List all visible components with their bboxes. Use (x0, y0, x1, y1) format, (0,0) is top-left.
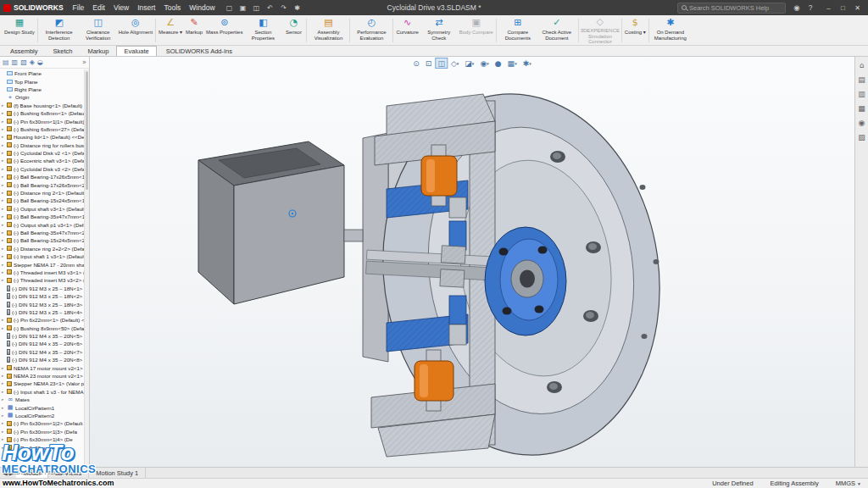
tool-performance-evaluation[interactable]: ◴Performance Evaluation (352, 16, 391, 45)
tool-assembly-visualization[interactable]: ▤Assembly Visualization (309, 16, 348, 45)
tool-curvature[interactable]: ∿Curvature (395, 16, 419, 45)
resources-icon[interactable]: ⌂ (860, 61, 865, 69)
tree-item[interactable]: (-) DIN 912 M4 x 35 – 20N<7> (DIN (0, 348, 84, 356)
menu-edit[interactable]: Edit (88, 3, 109, 12)
tree-item[interactable]: ▸(-) Input shaft 1 v3<1> (Default) < (0, 252, 84, 260)
expand-caret-icon[interactable]: ▸ (2, 366, 6, 370)
expand-caret-icon[interactable]: ▸ (2, 183, 6, 187)
tree-item[interactable]: ▸(-) Ball Bearing-15x24x5mm<2> (B (0, 236, 84, 244)
tree-item[interactable]: ▸Stepper NEMA 23<1> (Valor predete (0, 380, 84, 387)
tool-design-study[interactable]: ▦Design Study (3, 16, 36, 45)
expand-caret-icon[interactable]: ▸ (2, 390, 6, 394)
tool-interference-detection[interactable]: ◩Interference Detection (40, 16, 79, 45)
expand-caret-icon[interactable]: ▸ (2, 175, 6, 179)
tree-item[interactable]: (-) DIN 912 M4 x 35 – 20N<5> (DIN (0, 332, 84, 340)
tree-item[interactable]: ▸(-) Ball Bearing-17x26x5mm<2> (Bal (0, 180, 84, 188)
tree-item[interactable]: ▸(-) Cycloidal Disk v3 <2> (Default) < (0, 165, 84, 173)
undo-icon[interactable]: ↶ (265, 4, 275, 12)
tree-item[interactable]: ▸(-) Ball Bearing-17x26x5mm<1> (Bal (0, 173, 84, 180)
expand-caret-icon[interactable]: ▸ (2, 214, 6, 219)
tree-item[interactable]: ▸Housing lid<1> (Default) <<Default (0, 133, 84, 141)
design-library-icon[interactable]: ▤ (858, 75, 865, 84)
model-3d-view[interactable] (90, 57, 854, 467)
expand-caret-icon[interactable]: ▸ (2, 207, 6, 211)
tree-item[interactable]: ▸(-) Bushing 6x8mm<27> (Defau (0, 125, 84, 133)
menu-view[interactable]: View (109, 3, 133, 12)
tree-item[interactable]: ▸(-) Pin 6x30mm<1|2> (Default (0, 419, 84, 427)
expand-caret-icon[interactable]: ▸ (2, 158, 6, 163)
expand-caret-icon[interactable]: ▸ (2, 278, 6, 282)
zoom-area-icon[interactable]: ⊡ (423, 58, 435, 69)
view-orientation-icon[interactable]: ◇▾ (448, 58, 461, 69)
menu-tools[interactable]: Tools (159, 3, 185, 12)
expand-caret-icon[interactable]: ▸ (2, 381, 6, 385)
tree-item[interactable]: ▸(-) Pin 6x30mm<1|3> (Defa (0, 428, 84, 435)
expand-caret-icon[interactable]: ▸ (2, 151, 6, 155)
tool-clearance-verification[interactable]: ◫Clearance Verification (79, 16, 118, 45)
tree-item[interactable]: ▸(-) Cycloidal Disk v2 <1> (Default) < (0, 149, 84, 157)
tab-evaluate[interactable]: Evaluate (116, 46, 156, 56)
expand-caret-icon[interactable]: ▸ (2, 413, 6, 418)
tool-sensor[interactable]: ◔Sensor (282, 16, 304, 45)
maximize-button[interactable]: □ (836, 4, 850, 12)
expand-caret-icon[interactable]: ▸ (2, 437, 6, 441)
tree-item[interactable]: ▸▦LocalCirPattern1 (0, 403, 84, 411)
display-style-icon[interactable]: ◪▾ (462, 58, 476, 69)
tree-item[interactable]: ▸(f) Base housing<1> (Default) <<Def (0, 102, 84, 109)
tree-item[interactable]: ▸(-) Distance ring 2+2<2> (Default) (0, 245, 84, 252)
tree-item[interactable]: (-) DIN 912 M3 x 25 – 18N<1> (DIN (0, 285, 84, 292)
tree-item[interactable]: ▸(-) Eccentric shaft v3<1> (Default) < (0, 157, 84, 164)
expand-caret-icon[interactable]: ▸ (2, 198, 6, 202)
tool-on-demand-manufacturing[interactable]: ✱On Demand Manufacturing (651, 16, 690, 45)
graphics-viewport[interactable]: ⊙⊡◫◇▾◪▾◉▾●▦▾✱▾ (90, 57, 854, 467)
bottom-tab-motion-study-1[interactable]: Motion Study 1 (89, 468, 146, 478)
tree-item[interactable]: ▸(-) Output shaft p1 v3<1> (Default) (0, 220, 84, 228)
menu-insert[interactable]: Insert (133, 3, 159, 12)
expand-caret-icon[interactable]: ▸ (2, 111, 6, 115)
tree-item[interactable]: (-) DIN 912 M4 x 35 – 20N<8> (DIN (0, 356, 84, 363)
tool-measure[interactable]: ∠Measure ▾ (158, 16, 183, 45)
view-settings-icon[interactable]: ✱▾ (520, 58, 534, 69)
tree-item[interactable]: ▸(-) Pin 6x30mm<1|5> (0, 443, 84, 451)
tree-item[interactable]: ▸NEMA 23 motor mount v2<1> (Defa (0, 372, 84, 380)
edit-appearance-icon[interactable]: ● (492, 58, 504, 69)
file-explorer-icon[interactable]: ▥ (858, 90, 865, 98)
tree-item[interactable]: ▸(-) Bushing 6x8mm<1> (Default) < (0, 109, 84, 117)
tree-scrollbar[interactable] (84, 69, 89, 467)
expand-caret-icon[interactable]: ▸ (2, 119, 6, 124)
search-input[interactable]: Search SOLIDWORKS Help (677, 3, 786, 14)
tab-assembly[interactable]: Assembly (3, 46, 46, 56)
displaymanager-tab-icon[interactable]: ◒ (37, 58, 43, 66)
tree-item[interactable]: ▸Stepper NEMA 17 - 20mm shaft v2 (0, 260, 84, 268)
tree-item[interactable]: ▸(-) Ball Bearing-35x47x7mm<1> (B (0, 213, 84, 220)
tab-sketch[interactable]: Sketch (46, 46, 81, 56)
expand-caret-icon[interactable]: ▸ (2, 318, 6, 322)
tree-item[interactable]: ▸(-) Distance ring 2<1> (Default) <<D (0, 189, 84, 197)
expand-caret-icon[interactable]: ▸ (2, 127, 6, 131)
tree-item[interactable]: ▸(-) Ball Bearing-15x24x5mm<1> (B (0, 197, 84, 204)
tree-item[interactable]: ▸(-) Output shaft v3<1> (Default) < (0, 205, 84, 213)
expand-caret-icon[interactable]: ▸ (2, 430, 6, 434)
tool-check-active-document[interactable]: ✓Check Active Document (537, 16, 576, 45)
zoom-fit-icon[interactable]: ⊙ (410, 58, 422, 69)
tree-item[interactable]: ▸(-) Pin 6x30mm<1|1> (Default) < (0, 117, 84, 125)
view-palette-icon[interactable]: ▦ (858, 104, 865, 113)
expand-caret-icon[interactable]: ▸ (2, 167, 6, 171)
tree-item[interactable]: ▸NEMA 17 motor mount v2<1> (Def (0, 363, 84, 371)
expand-caret-icon[interactable]: ▸ (2, 397, 6, 402)
expand-caret-icon[interactable]: ▸ (2, 254, 6, 258)
expand-caret-icon[interactable]: ▸ (2, 406, 6, 410)
tree-item[interactable]: ▸∞Mates (0, 396, 84, 403)
expand-caret-icon[interactable]: ▸ (2, 191, 6, 195)
tool-section-properties[interactable]: ◧Section Properties (243, 16, 282, 45)
tree-item[interactable]: (-) DIN 912 M3 x 25 – 18N<4> (DIN (0, 308, 84, 316)
tree-item[interactable]: ▸(-) Ball Bearing-35x47x7mm<2> (B (0, 229, 84, 236)
tree-item[interactable]: (-) DIN 912 M3 x 25 – 18N<2> (DIN (0, 292, 84, 300)
tree-item[interactable]: ▸(-) Threaded insert M3 v3<2> (Defau (0, 276, 84, 284)
units-selector[interactable]: MMGS ▼ (836, 480, 861, 487)
tree-item[interactable]: ▸(-) Input shaft 1 v3 - for NEMA 23<1> (0, 388, 84, 396)
tree-item[interactable]: Right Plane (0, 86, 84, 93)
tool-mass-properties[interactable]: ⊚Mass Properties (205, 16, 243, 45)
configurationmanager-tab-icon[interactable]: ▧ (20, 58, 27, 66)
tree-item[interactable]: (-) DIN 912 M4 x 35 – 20N<6> (DIN (0, 340, 84, 347)
